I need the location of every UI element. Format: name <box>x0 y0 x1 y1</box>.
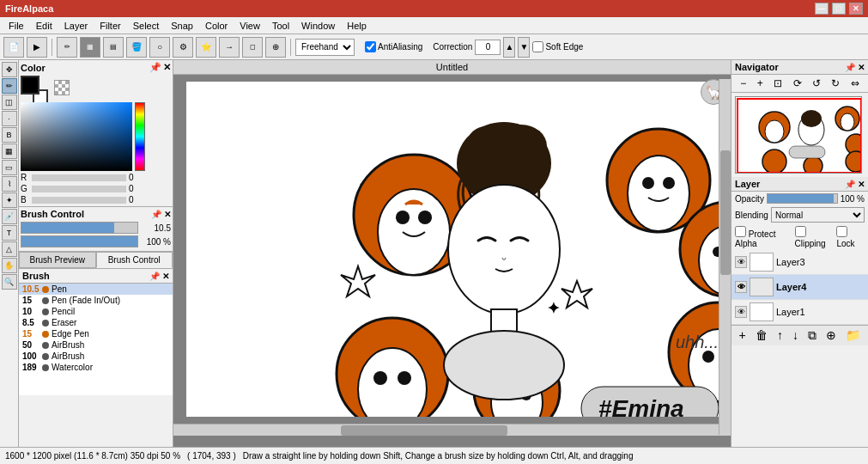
protect-alpha-checkbox[interactable] <box>735 226 746 237</box>
tool-shape[interactable]: △ <box>2 241 17 257</box>
canvas-hscroll[interactable] <box>173 424 731 436</box>
blending-select[interactable]: Normal Multiply Screen Overlay <box>771 207 865 223</box>
tool-hand[interactable]: ✋ <box>2 258 17 273</box>
navigator-close[interactable]: ✕ <box>858 63 865 72</box>
nav-reset[interactable]: ⟳ <box>791 76 804 90</box>
brush-panel-close[interactable]: ✕ <box>162 272 169 281</box>
tool-select-lasso[interactable]: ⌇ <box>2 176 17 192</box>
move-layer-down-button[interactable]: ↓ <box>790 328 801 343</box>
navigator-preview[interactable]: #Emina <box>735 96 862 174</box>
tool-eraser[interactable]: ◫ <box>2 95 17 110</box>
toolbar-btn8[interactable]: ◻ <box>242 37 263 58</box>
move-layer-up-button[interactable]: ↑ <box>774 328 786 343</box>
toolbar-btn9[interactable]: ⊕ <box>265 37 286 58</box>
menu-view[interactable]: View <box>234 19 265 33</box>
tool-move[interactable]: ✥ <box>2 62 17 77</box>
nav-zoom-in[interactable]: + <box>755 76 766 90</box>
tool-eyedropper[interactable]: 💉 <box>2 209 17 224</box>
nav-flip-h[interactable]: ⇔ <box>848 76 862 90</box>
color-panel-pin[interactable]: 📌 <box>149 62 161 73</box>
tool-select-rect[interactable]: ▭ <box>2 160 17 175</box>
layer-visibility-toggle[interactable]: 👁 <box>735 281 747 293</box>
duplicate-layer-button[interactable]: ⧉ <box>805 328 819 343</box>
toolbar-star[interactable]: ⭐ <box>196 37 216 58</box>
brush-control-close[interactable]: ✕ <box>164 210 171 219</box>
menu-layer[interactable]: Layer <box>59 19 94 33</box>
soft-edge-checkbox[interactable] <box>532 41 543 52</box>
antialiasing-checkbox[interactable] <box>365 41 376 52</box>
brush-item[interactable]: 50AirBrush <box>19 339 173 351</box>
menu-select[interactable]: Select <box>128 19 165 33</box>
nav-rotate-ccw[interactable]: ↺ <box>810 76 823 90</box>
brush-control-pin[interactable]: 📌 <box>151 210 161 219</box>
layer-panel-pin[interactable]: 📌 <box>845 180 855 189</box>
hscroll-thumb[interactable] <box>341 425 508 436</box>
toolbar-pencil-tex[interactable]: ✏ <box>57 37 77 58</box>
tool-bucket[interactable]: B <box>2 127 17 143</box>
transparent-swatch[interactable] <box>54 80 70 95</box>
foreground-color-swatch[interactable] <box>21 76 39 95</box>
canvas-container[interactable]: ✦ ✦ ✦ ✦ <box>186 82 719 417</box>
menu-window[interactable]: Window <box>296 19 340 33</box>
brush-item[interactable]: 15Pen (Fade In/Out) <box>19 295 173 306</box>
correction-up[interactable]: ▲ <box>503 37 515 58</box>
color-panel-close[interactable]: ✕ <box>163 62 171 73</box>
brush-opacity-bar[interactable] <box>21 235 138 247</box>
brush-item[interactable]: 189Watercolor <box>19 362 173 373</box>
brush-item[interactable]: 8.5Eraser <box>19 317 173 328</box>
layer-row[interactable]: 👁Layer4 <box>731 275 868 300</box>
toolbar-new[interactable]: 📄 <box>3 37 24 58</box>
layer-row[interactable]: 👁Layer3 <box>731 250 868 275</box>
toolbar-arrow[interactable]: → <box>219 37 240 58</box>
layer-panel-close[interactable]: ✕ <box>858 180 865 189</box>
brush-mode-select[interactable]: Freehand Straight Curve <box>295 39 355 56</box>
toolbar-lasso[interactable]: ⚙ <box>173 37 193 58</box>
maximize-button[interactable]: □ <box>832 3 846 15</box>
green-slider[interactable] <box>32 186 126 192</box>
tool-zoom[interactable]: 🔍 <box>2 274 17 290</box>
add-layer-button[interactable]: + <box>737 328 749 343</box>
red-slider[interactable] <box>32 174 126 181</box>
tool-brush[interactable]: ✏ <box>2 78 17 94</box>
clipping-checkbox[interactable] <box>795 226 806 237</box>
color-gradient[interactable] <box>21 102 132 171</box>
nav-fit[interactable]: ⊡ <box>771 76 785 90</box>
menu-color[interactable]: Color <box>200 19 233 33</box>
brush-item[interactable]: 10Pencil <box>19 306 173 317</box>
merge-layer-button[interactable]: ⊕ <box>823 328 839 343</box>
brush-item[interactable]: 15Edge Pen <box>19 328 173 339</box>
delete-layer-button[interactable]: 🗑 <box>753 328 770 343</box>
tool-text[interactable]: T <box>2 225 17 241</box>
brush-item[interactable]: 100AirBrush <box>19 351 173 362</box>
menu-help[interactable]: Help <box>342 19 372 33</box>
correction-down[interactable]: ▼ <box>518 37 530 58</box>
layer-row[interactable]: 👁Layer1 <box>731 300 868 325</box>
opacity-bar[interactable] <box>767 193 838 204</box>
toolbar-pattern2[interactable]: ▤ <box>103 37 124 58</box>
menu-filter[interactable]: Filter <box>94 19 125 33</box>
menu-file[interactable]: File <box>3 19 29 33</box>
nav-zoom-out[interactable]: − <box>737 76 749 90</box>
toolbar-pattern1[interactable]: ▦ <box>80 37 100 58</box>
toolbar-play[interactable]: ▶ <box>27 37 47 58</box>
tab-brush-control[interactable]: Brush Control <box>96 252 173 268</box>
vscroll-thumb[interactable] <box>720 150 731 275</box>
canvas-vscroll[interactable] <box>719 79 731 435</box>
layer-folder-button[interactable]: 📁 <box>843 328 863 343</box>
tool-gradient[interactable]: ▦ <box>2 143 17 159</box>
menu-edit[interactable]: Edit <box>31 19 58 33</box>
toolbar-bucket[interactable]: 🪣 <box>126 37 147 58</box>
minimize-button[interactable]: — <box>815 3 829 15</box>
nav-rotate-cw[interactable]: ↻ <box>829 76 842 90</box>
brush-item[interactable]: 10.5Pen <box>19 284 173 295</box>
tool-select-magic[interactable]: ✦ <box>2 192 17 208</box>
layer-visibility-toggle[interactable]: 👁 <box>735 256 747 268</box>
tool-dotpen[interactable]: · <box>2 111 17 126</box>
brush-size-bar[interactable] <box>21 222 138 234</box>
menu-tool[interactable]: Tool <box>267 19 294 33</box>
navigator-pin[interactable]: 📌 <box>845 63 855 72</box>
blue-slider[interactable] <box>32 197 126 204</box>
menu-snap[interactable]: Snap <box>166 19 198 33</box>
layer-visibility-toggle[interactable]: 👁 <box>735 306 747 318</box>
brush-panel-pin[interactable]: 📌 <box>149 272 160 281</box>
